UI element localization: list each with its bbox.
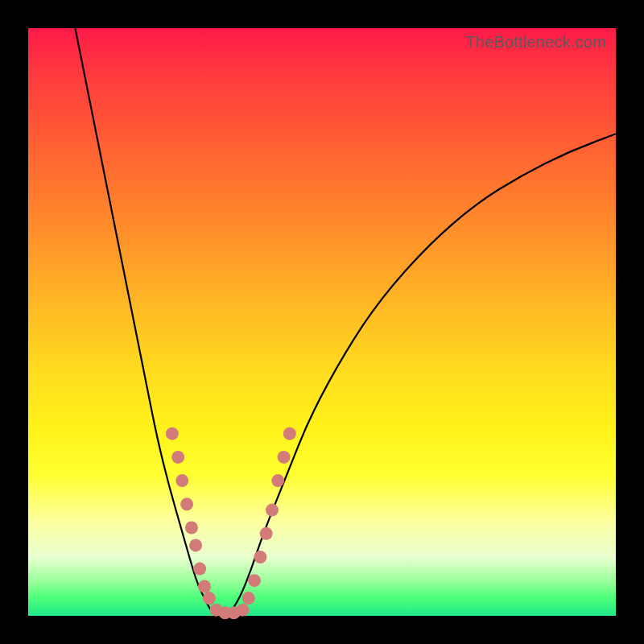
highlight-dot: [189, 539, 202, 551]
right-curve: [228, 134, 616, 616]
highlight-dot: [278, 451, 291, 464]
highlight-dot: [175, 474, 188, 487]
highlight-dots: [166, 427, 296, 620]
highlight-dot: [166, 427, 179, 440]
highlight-dot: [242, 592, 255, 605]
highlight-dot: [254, 551, 266, 564]
highlight-dot: [203, 592, 216, 605]
highlight-dot: [193, 563, 206, 576]
curve-group: [75, 28, 616, 616]
curves-svg: [28, 28, 616, 616]
highlight-dot: [198, 580, 211, 593]
highlight-dot: [236, 604, 249, 617]
highlight-dot: [171, 451, 184, 464]
highlight-dot: [185, 522, 198, 535]
plot-area: TheBottleneck.com: [28, 28, 616, 616]
highlight-dot: [248, 574, 261, 587]
highlight-dot: [260, 527, 273, 540]
chart-container: TheBottleneck.com: [0, 0, 644, 644]
highlight-dot: [180, 497, 193, 510]
highlight-dot: [271, 474, 284, 487]
highlight-dot: [283, 427, 296, 440]
highlight-dot: [266, 504, 279, 517]
